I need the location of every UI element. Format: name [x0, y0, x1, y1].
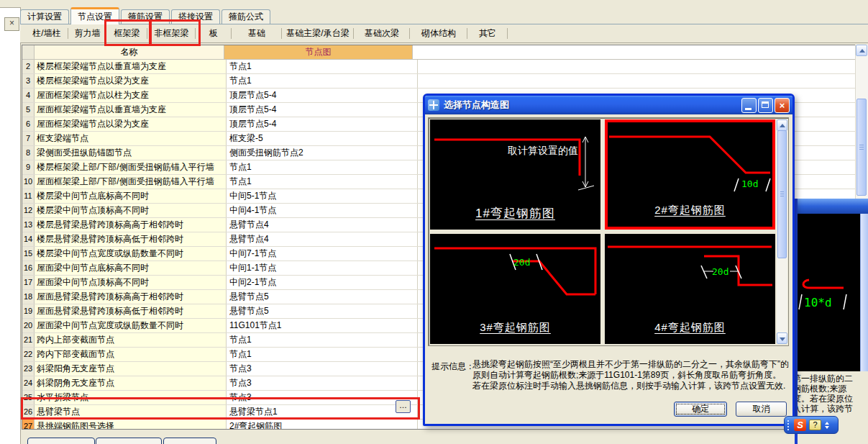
- sogou-icon[interactable]: S: [794, 419, 806, 431]
- diagram-picker-ellipsis-button[interactable]: …: [396, 400, 411, 413]
- panel-close-icon[interactable]: ×: [4, 17, 19, 31]
- diagram-option-3[interactable]: 20d 3#弯起钢筋图: [430, 234, 600, 344]
- dimension-label: 取计算设置的值: [430, 145, 578, 158]
- row-diagram-cell[interactable]: 节点3: [227, 362, 418, 376]
- toolbar-drag-handle[interactable]: [787, 420, 791, 430]
- row-diagram-cell[interactable]: 悬臂节点5: [227, 290, 418, 304]
- row-name-cell[interactable]: 楼层悬臂梁悬臂跨顶标高高于相邻跨时: [35, 218, 227, 232]
- cancel-button[interactable]: 取消: [736, 402, 787, 417]
- row-diagram-cell[interactable]: 节点1: [227, 348, 418, 361]
- row-diagram-cell[interactable]: 中间1-1节点: [227, 261, 418, 275]
- left-dock-panel: ×: [0, 7, 21, 444]
- row-name-cell[interactable]: 楼层框架梁端节点以梁为支座: [35, 74, 227, 88]
- diagram-column-header: 节点图: [224, 45, 413, 59]
- row-diagram-cell[interactable]: 顶层节点5-4: [227, 103, 418, 117]
- row-number-header: [22, 45, 35, 59]
- row-diagram-cell[interactable]: 侧面受扭钢筋节点2: [227, 146, 418, 160]
- row-name-cell[interactable]: 楼层梁中间节点底标高不同时: [35, 189, 227, 203]
- row-diagram-cell[interactable]: 中间2-1节点: [227, 276, 418, 289]
- row-name-cell[interactable]: 屋面悬臂梁悬臂跨顶标高高于相邻跨时: [35, 290, 227, 304]
- dimension-label: 10d: [741, 178, 758, 189]
- bottom-button-1[interactable]: [27, 438, 95, 444]
- row-diagram-cell[interactable]: 中间4-1节点: [227, 204, 418, 217]
- row-name-cell[interactable]: 楼层框架梁上部/下部/侧面受扭钢筋锚入平行墙: [35, 160, 227, 174]
- row-name-cell[interactable]: 楼层梁中间节点宽度或纵筋数量不同时: [35, 247, 227, 260]
- row-diagram-cell[interactable]: 节点3: [227, 376, 418, 390]
- background-dialog-titlebar[interactable]: [798, 199, 868, 214]
- input-method-toolbar[interactable]: S ?: [784, 416, 839, 434]
- row-name-cell[interactable]: 屋面梁中间节点宽度或纵筋数量不同时: [35, 319, 227, 332]
- tab-sub-7[interactable]: 基础主梁/承台梁: [282, 24, 354, 42]
- row-name-cell[interactable]: 跨内下部变截面节点: [35, 348, 227, 361]
- row-diagram-cell[interactable]: 顶层节点5-4: [227, 117, 418, 131]
- row-name-cell[interactable]: 跨内上部变截面节点: [35, 333, 227, 347]
- row-name-cell[interactable]: 楼层悬臂梁悬臂跨顶标高低于相邻跨时: [35, 232, 227, 246]
- bottom-button-3[interactable]: [163, 438, 216, 444]
- diagram-label: 4#弯起钢筋图: [605, 321, 775, 335]
- row-diagram-cell[interactable]: 框支梁-5: [227, 132, 418, 145]
- tab-sub-9[interactable]: 砌体结构: [410, 24, 467, 42]
- tab-sub-10[interactable]: 其它: [467, 24, 508, 42]
- row-name-cell[interactable]: 梁侧面受扭纵筋锚固节点: [35, 146, 227, 160]
- row-name-cell[interactable]: 屋面悬臂梁悬臂跨顶标高低于相邻跨时: [35, 304, 227, 318]
- diagram-option-2-selected[interactable]: 10d 2#弯起钢筋图: [605, 119, 775, 230]
- tab-sub-6[interactable]: 基础: [232, 24, 282, 42]
- tab-primary-5[interactable]: 箍筋公式: [221, 9, 270, 24]
- tab-sub-5[interactable]: 板: [196, 24, 232, 42]
- row-diagram-cell[interactable]: 悬臂节点4: [227, 232, 418, 246]
- row-diagram-cell[interactable]: 顶层节点5-4: [227, 89, 418, 102]
- scroll-up-icon[interactable]: [856, 45, 867, 56]
- close-icon[interactable]: ×: [775, 98, 790, 113]
- annotation-box-nonframe-beam-tab: [149, 19, 201, 46]
- row-diagram-cell[interactable]: 节点1: [227, 160, 418, 174]
- scroll-down-icon[interactable]: [777, 332, 787, 344]
- row-diagram-cell[interactable]: 节点1: [227, 60, 418, 73]
- background-dialog-diagram[interactable]: 10*d: [798, 214, 860, 371]
- hint-line-clipped: 入计算，该跨节: [798, 404, 868, 414]
- row-name-cell[interactable]: 屋面框架梁端节点以垂直墙为支座: [35, 103, 227, 117]
- row-diagram-cell[interactable]: 悬臂节点4: [227, 218, 418, 232]
- tab-sub-2[interactable]: 剪力墙: [68, 24, 106, 42]
- minimize-button[interactable]: [741, 98, 757, 113]
- row-name-cell[interactable]: 屋面框架梁端节点以柱为支座: [35, 89, 227, 102]
- table-header-row: 名称 节点图: [22, 45, 856, 60]
- background-dialog-fragment: 10*d 第一排纵筋的二钢筋根数;来源度。若在梁原位入计算，该跨节: [795, 199, 868, 444]
- ok-button[interactable]: 确定: [674, 402, 727, 417]
- diagram-option-1[interactable]: 取计算设置的值 1#弯起钢筋图: [430, 119, 600, 230]
- background-dialog-scrollbar[interactable]: [860, 214, 868, 371]
- row-diagram-cell[interactable]: 节点1: [227, 175, 418, 189]
- scrollbar-thumb[interactable]: [856, 99, 867, 196]
- toolbar-collapse-icon[interactable]: [825, 422, 829, 429]
- scrollbar-thumb[interactable]: [777, 130, 787, 258]
- row-diagram-cell[interactable]: 中间5-1节点: [227, 189, 418, 203]
- dialog-titlebar[interactable]: 选择节点构造图 ×: [425, 96, 792, 114]
- row-name-cell[interactable]: 楼层梁中间节点顶标高不同时: [35, 204, 227, 217]
- scroll-up-icon[interactable]: [777, 119, 787, 131]
- tab-sub-1[interactable]: 柱/墙柱: [25, 24, 68, 42]
- row-name-cell[interactable]: 屋面梁中间节点顶标高不同时: [35, 276, 227, 289]
- maximize-button[interactable]: [758, 98, 773, 113]
- help-icon[interactable]: ?: [809, 420, 821, 430]
- row-diagram-cell[interactable]: 2#弯起钢筋图: [227, 420, 418, 430]
- row-name-cell[interactable]: 斜梁阳角无支座节点: [35, 362, 227, 376]
- row-name-cell[interactable]: 屋面框架梁上部/下部/侧面受扭钢筋锚入平行墙: [35, 175, 227, 189]
- row-name-cell[interactable]: 屋面梁中间节点底标高不同时: [35, 261, 227, 275]
- row-number-cell: 21: [22, 333, 35, 347]
- row-name-cell[interactable]: 框支梁端节点: [35, 132, 227, 145]
- tab-sub-8[interactable]: 基础次梁: [354, 24, 410, 42]
- row-name-cell[interactable]: 悬挑端钢筋图号选择: [35, 420, 227, 430]
- bottom-button-2[interactable]: [96, 438, 162, 444]
- row-name-cell[interactable]: 屋面框架梁端节点以梁为支座: [35, 117, 227, 131]
- row-diagram-cell[interactable]: 中间7-1节点: [227, 247, 418, 260]
- row-name-cell[interactable]: 斜梁阴角无支座节点: [35, 376, 227, 390]
- row-diagram-cell[interactable]: 节点1: [227, 333, 418, 347]
- row-diagram-cell[interactable]: 11G101节点1: [227, 319, 418, 332]
- row-name-cell[interactable]: 楼层框架梁端节点以垂直墙为支座: [35, 60, 227, 73]
- row-diagram-cell[interactable]: 节点1: [227, 74, 418, 88]
- row-number-cell: 4: [22, 89, 35, 102]
- diagram-option-4[interactable]: 20d 4#弯起钢筋图: [605, 234, 775, 344]
- tab-primary-1[interactable]: 计算设置: [20, 9, 69, 24]
- row-diagram-cell[interactable]: 悬臂节点5: [227, 304, 418, 318]
- diagram-panel-scrollbar[interactable]: [777, 119, 787, 344]
- row-number-cell: 6: [22, 117, 35, 131]
